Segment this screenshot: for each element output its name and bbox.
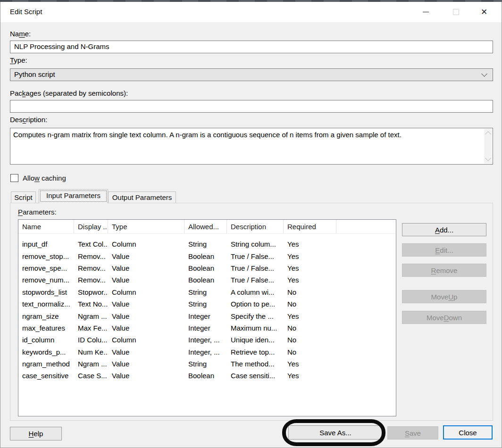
table-cell: ID Colu...	[74, 336, 108, 344]
tab-input-parameters[interactable]: Input Parameters	[39, 189, 108, 203]
column-header[interactable]: Name	[18, 220, 74, 233]
table-cell: Specify the ...	[227, 312, 284, 320]
table-cell: String	[184, 360, 227, 368]
minimize-button[interactable]	[415, 2, 436, 22]
add-button[interactable]: Add...	[402, 223, 486, 236]
maximize-button	[445, 2, 467, 22]
table-row[interactable]: max_featuresMax Fe...ValueIntegerMaximum…	[18, 322, 396, 334]
table-cell: Value	[108, 264, 184, 272]
table-row[interactable]: remove_num...Remov...ValueBooleanTrue / …	[18, 274, 396, 286]
table-cell: Boolean	[184, 372, 227, 380]
table-cell: Text Col...	[74, 240, 108, 248]
table-row[interactable]: text_normaliz...Text No...ValueStringOpt…	[18, 298, 396, 310]
parameters-table[interactable]: NameDisplay ...TypeAllowed...Description…	[18, 219, 396, 416]
table-cell: Num Ke...	[74, 348, 108, 356]
parameters-table-body: input_dfText Col...ColumnStringString co…	[18, 234, 396, 382]
table-cell: Value	[108, 300, 184, 308]
table-cell: Integer	[184, 312, 227, 320]
chevron-down-icon	[482, 73, 487, 77]
close-button[interactable]: ✕	[473, 2, 495, 22]
table-cell: Value	[108, 348, 184, 356]
table-cell: Value	[108, 252, 184, 260]
help-button[interactable]: Help	[10, 427, 62, 440]
parameters-table-header[interactable]: NameDisplay ...TypeAllowed...Description…	[18, 220, 396, 234]
column-header[interactable]: Required	[284, 220, 336, 233]
scroll-down-icon[interactable]	[486, 158, 490, 160]
table-row[interactable]: remove_stop...Remov...ValueBooleanTrue /…	[18, 250, 396, 262]
table-row[interactable]: stopwords_listStopwor...ColumnStringA co…	[18, 286, 396, 298]
name-input[interactable]: NLP Processing and N-Grams	[10, 41, 493, 53]
description-label: Description:	[10, 116, 47, 124]
name-label: Name:	[10, 30, 31, 38]
table-cell: Yes	[284, 276, 336, 284]
table-cell: No	[284, 336, 336, 344]
type-label: Type:	[10, 56, 27, 64]
table-cell: Remov...	[74, 264, 108, 272]
table-cell: Maximum nu...	[227, 324, 284, 332]
allow-caching-label: Allow caching	[23, 174, 66, 182]
tab-script[interactable]: Script	[11, 191, 36, 203]
table-cell: Yes	[284, 372, 336, 380]
table-cell: Integer	[184, 324, 227, 332]
table-cell: No	[284, 300, 336, 308]
table-cell: text_normaliz...	[18, 300, 74, 308]
allow-caching-checkbox[interactable]	[10, 174, 18, 182]
table-cell: ngram_size	[18, 312, 74, 320]
tab-input-parameters-label: Input Parameters	[46, 191, 100, 199]
table-row[interactable]: id_columnID Colu...ColumnInteger, ...Uni…	[18, 334, 396, 346]
table-cell: True / False...	[227, 252, 284, 260]
description-scrollbar[interactable]	[484, 129, 492, 164]
type-select[interactable]: Python script	[10, 68, 493, 81]
description-textarea[interactable]: Computes n-gram matrix from single text …	[10, 128, 493, 165]
table-cell: Retrieve top...	[227, 348, 284, 356]
table-cell: keywords_p...	[18, 348, 74, 356]
table-cell: No	[284, 324, 336, 332]
table-cell: Unique iden...	[227, 336, 284, 344]
table-cell: The method...	[227, 360, 284, 368]
table-row[interactable]: input_dfText Col...ColumnStringString co…	[18, 238, 396, 250]
table-cell: Boolean	[184, 276, 227, 284]
table-row[interactable]: ngram_methodNgram ...ValueStringThe meth…	[18, 358, 396, 370]
column-header[interactable]: Display ...	[74, 220, 108, 233]
table-cell: Value	[108, 324, 184, 332]
table-cell: remove_spe...	[18, 264, 74, 272]
minimize-icon	[423, 12, 429, 12]
tab-output-parameters[interactable]: Output Parameters	[108, 191, 176, 203]
table-row[interactable]: ngram_sizeNgram ...ValueIntegerSpecify t…	[18, 310, 396, 322]
packages-input[interactable]	[10, 100, 493, 113]
table-cell: No	[284, 348, 336, 356]
table-cell: Stopwor...	[74, 288, 108, 296]
table-cell: True / False...	[227, 264, 284, 272]
table-cell: Remov...	[74, 276, 108, 284]
table-cell: Column	[108, 336, 184, 344]
table-row[interactable]: case_sensitiveCase S...ValueBooleanCase …	[18, 370, 396, 382]
table-cell: max_features	[18, 324, 74, 332]
table-cell: Value	[108, 360, 184, 368]
table-cell: Max Fe...	[74, 324, 108, 332]
table-cell: A column wi...	[227, 288, 284, 296]
column-header[interactable]: Description	[227, 220, 284, 233]
save-as-button[interactable]: Save As...	[288, 425, 383, 440]
table-cell: String	[184, 288, 227, 296]
table-row[interactable]: remove_spe...Remov...ValueBooleanTrue / …	[18, 262, 396, 274]
table-cell: Integer, ...	[184, 348, 227, 356]
column-header[interactable]: Type	[108, 220, 184, 233]
column-header[interactable]: Allowed...	[184, 220, 227, 233]
table-cell: Integer, ...	[184, 336, 227, 344]
table-cell: id_column	[18, 336, 74, 344]
table-cell: Option to pe...	[227, 300, 284, 308]
save-button: Save	[387, 426, 438, 440]
table-cell: Yes	[284, 252, 336, 260]
edit-button: Edit...	[402, 243, 486, 257]
type-selected-value: Python script	[14, 70, 55, 78]
scroll-up-icon[interactable]	[486, 132, 490, 136]
move-up-button: Move Up	[402, 290, 486, 303]
table-cell: case_sensitive	[18, 372, 74, 380]
table-row[interactable]: keywords_p...Num Ke...ValueInteger, ...R…	[18, 346, 396, 358]
table-cell: Remov...	[74, 252, 108, 260]
table-cell: input_df	[18, 240, 74, 248]
close-dialog-button[interactable]: Close	[443, 425, 493, 440]
table-cell: Boolean	[184, 264, 227, 272]
table-cell: Yes	[284, 312, 336, 320]
table-cell: Yes	[284, 360, 336, 368]
